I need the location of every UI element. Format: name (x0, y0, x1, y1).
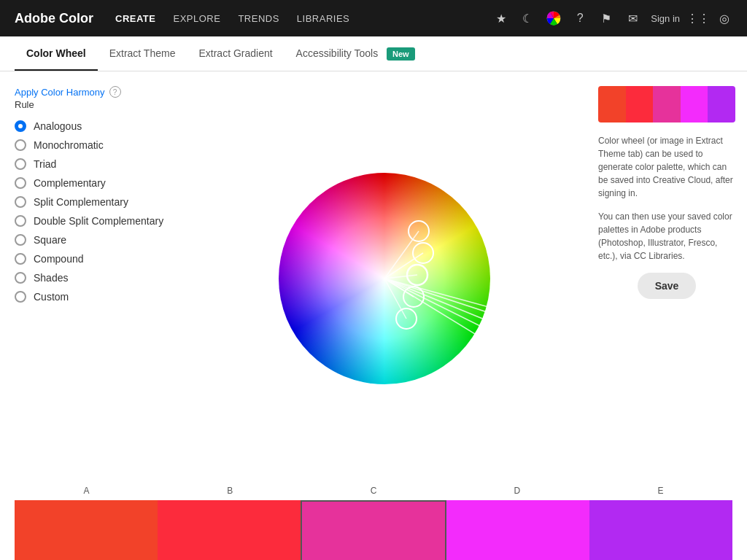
swatch-label-a: A (47, 486, 125, 496)
chat-icon[interactable]: ✉ (624, 10, 640, 26)
radio-shades[interactable] (15, 272, 26, 284)
new-badge: New (387, 47, 415, 61)
radio-square[interactable] (15, 234, 26, 246)
tab-accessibility-tools[interactable]: Accessibility Tools New (285, 37, 427, 71)
swatch-label-e: E (622, 486, 700, 496)
swatch-c[interactable] (301, 500, 446, 560)
header: Adobe Color CREATE EXPLORE TRENDS LIBRAR… (0, 0, 747, 36)
swatches-section: A B C D E #F24229 #FC2B3C #E6329B #F32BF… (0, 486, 747, 560)
rule-shades[interactable]: Shades (15, 272, 168, 284)
tab-color-wheel[interactable]: Color Wheel (15, 37, 98, 71)
moon-icon[interactable]: ☾ (519, 10, 535, 26)
swatch-labels: A B C D E (15, 486, 732, 496)
panel-description-1: Color wheel (or image in Extract Theme t… (598, 134, 735, 200)
radio-monochromatic[interactable] (15, 139, 26, 151)
nav-libraries[interactable]: LIBRARIES (297, 10, 349, 27)
rule-double-split[interactable]: Double Split Complementary (15, 215, 168, 227)
header-icons: ★ ☾ ? ⚑ ✉ Sign in ⋮⋮ ◎ (493, 10, 732, 26)
help-circle-icon[interactable]: ? (109, 86, 121, 98)
swatch-label-d: D (479, 486, 556, 496)
tab-extract-gradient[interactable]: Extract Gradient (187, 37, 284, 71)
logo: Adobe Color (15, 11, 93, 26)
radio-compound[interactable] (15, 253, 26, 265)
accessibility-tools-label: Accessibility Tools (296, 47, 379, 59)
tab-extract-theme[interactable]: Extract Theme (98, 37, 187, 71)
right-panel: Color wheel (or image in Extract Theme t… (587, 71, 747, 486)
apps-icon[interactable]: ⋮⋮ (690, 10, 706, 26)
rule-square[interactable]: Square (15, 234, 168, 246)
header-nav: CREATE EXPLORE TRENDS LIBRARIES (115, 10, 493, 27)
help-icon[interactable]: ? (572, 10, 588, 26)
color-wheel-icon[interactable] (546, 10, 562, 26)
star-icon[interactable]: ★ (493, 10, 509, 26)
harmony-sub-label: Rule (15, 99, 168, 110)
radio-triad[interactable] (15, 158, 26, 170)
harmony-label: Apply Color Harmony ? (15, 86, 168, 98)
rule-triad[interactable]: Triad (15, 158, 168, 170)
color-wheel-svg[interactable] (275, 169, 494, 388)
cloud-icon[interactable]: ◎ (716, 10, 732, 26)
signin-button[interactable]: Sign in (651, 13, 680, 24)
swatch-d[interactable] (446, 500, 589, 560)
color-wheel-container[interactable] (275, 169, 494, 388)
bookmark-icon[interactable]: ⚑ (598, 10, 614, 26)
swatch-label-c: C (335, 486, 412, 496)
radio-double-split[interactable] (15, 215, 26, 227)
radio-complementary[interactable] (15, 177, 26, 189)
preview-swatch-e (708, 86, 735, 122)
palette-preview (598, 86, 735, 122)
main-layout: Apply Color Harmony ? Rule Analogous Mon… (0, 71, 747, 486)
rule-analogous[interactable]: Analogous (15, 120, 168, 132)
radio-custom[interactable] (15, 291, 26, 303)
swatch-b[interactable] (158, 500, 301, 560)
nav-explore[interactable]: EXPLORE (173, 10, 220, 27)
preview-swatch-a (598, 86, 626, 122)
swatches-row (15, 500, 732, 560)
panel-description-2: You can then use your saved color palett… (598, 210, 735, 262)
radio-analogous[interactable] (15, 120, 26, 132)
nav-trends[interactable]: TRENDS (238, 10, 279, 27)
preview-swatch-b (626, 86, 654, 122)
tabs-bar: Color Wheel Extract Theme Extract Gradie… (0, 36, 747, 71)
swatch-label-b: B (191, 486, 268, 496)
sidebar: Apply Color Harmony ? Rule Analogous Mon… (0, 71, 182, 486)
rule-custom[interactable]: Custom (15, 291, 168, 303)
swatch-e[interactable] (589, 500, 732, 560)
rule-monochromatic[interactable]: Monochromatic (15, 139, 168, 151)
rule-split-complementary[interactable]: Split Complementary (15, 196, 168, 208)
rule-complementary[interactable]: Complementary (15, 177, 168, 189)
preview-swatch-c (653, 86, 681, 122)
harmony-rule-list: Analogous Monochromatic Triad Complement… (15, 120, 168, 303)
wheel-area (182, 71, 587, 486)
save-button[interactable]: Save (638, 273, 697, 299)
preview-swatch-d (681, 86, 708, 122)
radio-split-complementary[interactable] (15, 196, 26, 208)
swatch-a[interactable] (15, 500, 158, 560)
nav-create[interactable]: CREATE (115, 10, 155, 27)
rule-compound[interactable]: Compound (15, 253, 168, 265)
